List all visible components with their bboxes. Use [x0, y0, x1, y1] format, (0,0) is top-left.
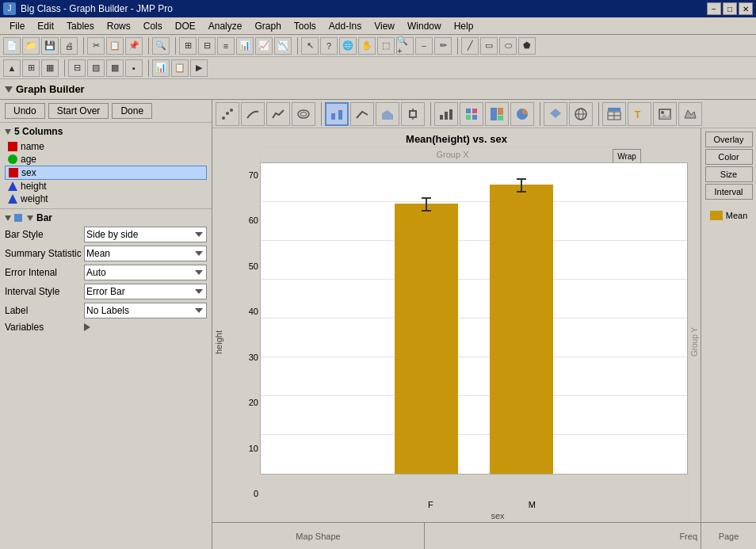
tb2-btn-1[interactable]: ▲	[3, 59, 21, 77]
menu-tools[interactable]: Tools	[288, 19, 323, 33]
zoom-out-button[interactable]: −	[415, 37, 433, 55]
menu-addins[interactable]: Add-Ins	[323, 19, 368, 33]
maximize-button[interactable]: □	[723, 2, 737, 15]
column-height[interactable]: height	[5, 180, 207, 193]
new-button[interactable]: 📄	[3, 37, 21, 55]
tb2-btn-6[interactable]: ▩	[106, 59, 124, 77]
tb2-btn-10[interactable]: ▶	[190, 59, 208, 77]
undo-button[interactable]: Undo	[5, 103, 45, 119]
minimize-button[interactable]: −	[707, 2, 721, 15]
interval-style-select[interactable]: Error Bar Line Shaded	[84, 284, 207, 299]
error-bar-F-v	[426, 197, 427, 210]
summary-statistic-select[interactable]: Mean Median N Sum	[84, 246, 207, 261]
start-over-button[interactable]: Start Over	[48, 103, 109, 119]
gb-table-btn[interactable]	[602, 102, 626, 126]
menu-graph[interactable]: Graph	[248, 19, 287, 33]
menu-analyze[interactable]: Analyze	[202, 19, 249, 33]
chart-type-line2[interactable]	[350, 102, 374, 126]
shape-btn-2[interactable]: ▭	[480, 37, 498, 55]
chart-type-box[interactable]	[401, 102, 425, 126]
tb2-btn-8[interactable]: 📊	[152, 59, 170, 77]
error-interval-select[interactable]: Auto None Std Dev Std Err	[84, 265, 207, 280]
menu-window[interactable]: Window	[401, 19, 448, 33]
copy-button[interactable]: 📋	[106, 37, 124, 55]
tb2-btn-3[interactable]: ▦	[41, 59, 59, 77]
menu-view[interactable]: View	[368, 19, 401, 33]
label-select[interactable]: No Labels Value Percent	[84, 303, 207, 318]
select-button[interactable]: ⬚	[377, 37, 395, 55]
chart-type-heat[interactable]	[460, 102, 483, 126]
paste-button[interactable]: 📌	[125, 37, 143, 55]
gb-text-btn[interactable]: T	[628, 102, 651, 126]
gb-picture-btn[interactable]	[653, 102, 677, 126]
column-age[interactable]: age	[5, 153, 207, 166]
chart-type-histogram[interactable]	[434, 102, 458, 126]
gb-map2-btn[interactable]	[678, 102, 702, 126]
tb2-btn-7[interactable]: ▪	[125, 59, 143, 77]
zoom-in-button[interactable]: 🔍+	[396, 37, 414, 55]
tb-btn-3[interactable]: ≡	[217, 37, 235, 55]
bar-collapse-icon-outer[interactable]	[5, 215, 11, 221]
chart-title: Mean(height) vs. sex	[212, 128, 701, 147]
print-button[interactable]: 🖨	[60, 37, 78, 55]
chart-type-pie[interactable]	[510, 102, 534, 126]
chart-type-scatter[interactable]	[216, 102, 239, 126]
bar-collapse-icon-inner[interactable]	[27, 215, 33, 221]
chart-type-surface[interactable]	[544, 102, 567, 126]
wrap-button[interactable]: Wrap	[613, 149, 641, 163]
menu-cols[interactable]: Cols	[137, 19, 169, 33]
menu-rows[interactable]: Rows	[101, 19, 137, 33]
tb2-btn-4[interactable]: ⊟	[68, 59, 86, 77]
tb2-btn-5[interactable]: ▨	[87, 59, 105, 77]
menu-file[interactable]: File	[3, 19, 31, 33]
cut-button[interactable]: ✂	[87, 37, 105, 55]
overlay-button[interactable]: Overlay	[705, 132, 753, 147]
tb-btn-4[interactable]: 📊	[236, 37, 254, 55]
pen-button[interactable]: ✏	[434, 37, 452, 55]
save-button[interactable]: 💾	[41, 37, 59, 55]
zoom-button[interactable]: 🌐	[339, 37, 357, 55]
map-shape-zone[interactable]: Map Shape	[212, 523, 425, 549]
label-row: Label No Labels Value Percent	[5, 303, 207, 318]
open-button[interactable]: 📁	[22, 37, 40, 55]
interval-button[interactable]: Interval	[705, 184, 753, 200]
shape-btn-4[interactable]: ⬟	[518, 37, 536, 55]
chart-type-treemap[interactable]	[485, 102, 509, 126]
group-y-zone[interactable]: Group Y	[688, 162, 701, 522]
bar-style-select[interactable]: Side by side Stacked Percent	[84, 227, 207, 242]
tb-btn-2[interactable]: ⊟	[198, 37, 216, 55]
done-button[interactable]: Done	[112, 103, 152, 119]
menu-tables[interactable]: Tables	[60, 19, 101, 33]
column-name[interactable]: name	[5, 140, 207, 153]
chart-type-contour[interactable]	[292, 102, 315, 126]
column-sex[interactable]: sex	[5, 166, 207, 180]
tb-btn-6[interactable]: 📉	[274, 37, 292, 55]
close-button[interactable]: ✕	[739, 2, 753, 15]
chart-type-line[interactable]	[266, 102, 290, 126]
group-x-zone[interactable]: Group X Wrap	[260, 147, 645, 162]
help-cursor-button[interactable]: ?	[320, 37, 338, 55]
menu-help[interactable]: Help	[448, 19, 480, 33]
chart-type-map[interactable]	[569, 102, 593, 126]
color-button[interactable]: Color	[705, 149, 753, 165]
menu-edit[interactable]: Edit	[31, 19, 60, 33]
columns-collapse-icon[interactable]	[5, 129, 11, 135]
tb2-btn-9[interactable]: 📋	[171, 59, 189, 77]
search-button[interactable]: 🔍	[152, 37, 170, 55]
tb-btn-5[interactable]: 📈	[255, 37, 273, 55]
chart-type-bar-v[interactable]	[325, 102, 349, 126]
pan-button[interactable]: ✋	[358, 37, 376, 55]
size-button[interactable]: Size	[705, 166, 753, 182]
chart-type-smooth[interactable]	[241, 102, 265, 126]
tb2-btn-2[interactable]: ⊞	[22, 59, 40, 77]
menu-doe[interactable]: DOE	[169, 19, 202, 33]
plot-area	[260, 162, 688, 475]
shape-btn-1[interactable]: ╱	[461, 37, 479, 55]
gb-collapse-icon[interactable]	[5, 86, 13, 93]
shape-btn-3[interactable]: ⬭	[499, 37, 517, 55]
tb-btn-1[interactable]: ⊞	[179, 37, 197, 55]
chart-type-area[interactable]	[376, 102, 399, 126]
cursor-button[interactable]: ↖	[301, 37, 319, 55]
variables-expand-icon[interactable]	[84, 323, 90, 331]
column-weight[interactable]: weight	[5, 193, 207, 205]
